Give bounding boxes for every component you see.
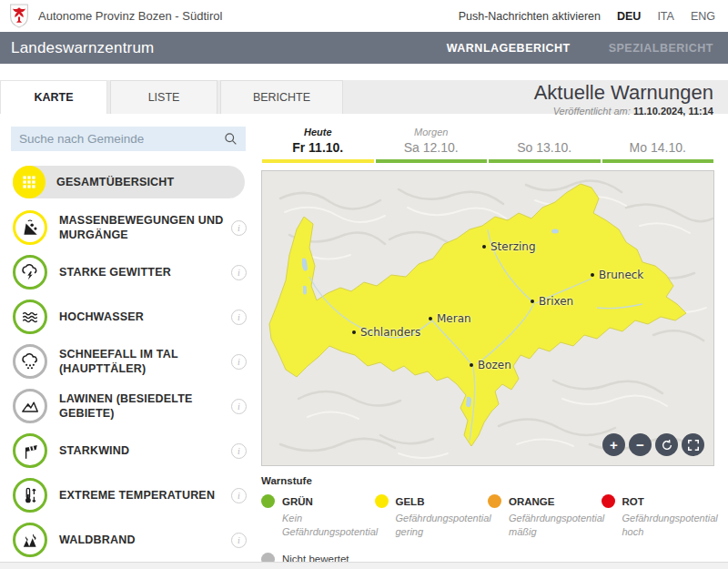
map-terrain bbox=[262, 171, 714, 466]
day-date-label: Sa 12.10. bbox=[376, 140, 488, 155]
windsock-icon bbox=[13, 433, 47, 468]
day-relative-label bbox=[489, 127, 601, 139]
tab-berichte[interactable]: BERICHTE bbox=[220, 80, 343, 114]
search-icon[interactable] bbox=[224, 132, 238, 146]
sidebar-item-hochwasser[interactable]: HOCHWASSER i bbox=[13, 300, 247, 334]
thermometer-icon bbox=[13, 478, 47, 513]
day-date-label: So 13.10. bbox=[489, 140, 601, 155]
day-tabs: Heute Fr 11.10. Morgen Sa 12.10. So 13.1… bbox=[261, 127, 714, 163]
search-input[interactable] bbox=[19, 132, 224, 146]
lang-ita[interactable]: ITA bbox=[657, 10, 674, 23]
site-title: Landeswarnzentrum bbox=[11, 39, 154, 57]
city-label: Schlanders bbox=[352, 326, 420, 339]
day-date-label: Mo 14.10. bbox=[602, 140, 714, 155]
lang-deu[interactable]: DEU bbox=[617, 10, 641, 23]
day-tab-sa[interactable]: Morgen Sa 12.10. bbox=[376, 127, 488, 163]
reset-view-button[interactable] bbox=[655, 433, 678, 456]
legend-item-orange: ORANGE Gefährdungspotential mäßig bbox=[488, 494, 602, 540]
legend-title: Warnstufe bbox=[261, 475, 714, 486]
info-icon[interactable]: i bbox=[231, 354, 247, 370]
lang-eng[interactable]: ENG bbox=[691, 10, 715, 23]
legend-item-gruen: GRÜN Kein Gefährdungspotential bbox=[261, 494, 375, 540]
sidebar-item-schneefall[interactable]: SCHNEEFALL IM TAL (HAUPTTÄLER) i bbox=[13, 344, 247, 379]
info-icon[interactable]: i bbox=[231, 533, 247, 548]
tab-strip: KARTE LISTE BERICHTE Aktuelle Warnungen … bbox=[0, 80, 728, 114]
city-label: Bruneck bbox=[591, 269, 643, 281]
sidebar-item-label: WALDBRAND bbox=[59, 533, 231, 547]
day-relative-label: Heute bbox=[262, 127, 374, 139]
push-notifications-link[interactable]: Push-Nachrichten aktivieren bbox=[459, 10, 601, 23]
sidebar-item-starkwind[interactable]: STARKWIND i bbox=[13, 433, 247, 468]
selected-pill: GESAMTÜBERSICHT bbox=[13, 166, 245, 198]
sidebar-item-label: STARKE GEWITTER bbox=[59, 265, 231, 279]
info-icon[interactable]: i bbox=[231, 488, 247, 503]
sidebar-item-extreme-temperaturen[interactable]: EXTREME TEMPERATUREN i bbox=[13, 478, 247, 513]
sidebar-item-label: LAWINEN (BESIEDELTE GEBIETE) bbox=[59, 391, 231, 422]
day-tab-fr[interactable]: Heute Fr 11.10. bbox=[262, 127, 374, 163]
legend: Warnstufe GRÜN Kein Gefährdungspotential… bbox=[261, 475, 714, 566]
tab-karte[interactable]: KARTE bbox=[0, 80, 107, 114]
zoom-out-button[interactable]: − bbox=[629, 433, 652, 456]
legend-item-gelb: GELB Gefährdungspotential gering bbox=[375, 494, 489, 540]
tab-liste[interactable]: LISTE bbox=[110, 80, 217, 114]
map-controls: + − bbox=[602, 433, 704, 456]
fullscreen-icon bbox=[687, 439, 700, 452]
sidebar-item-label: EXTREME TEMPERATUREN bbox=[59, 488, 231, 503]
day-tab-mo[interactable]: Mo 14.10. bbox=[602, 127, 714, 163]
nav-warnlagebericht[interactable]: WARNLAGEBERICHT bbox=[447, 42, 571, 55]
sidebar-item-lawinen[interactable]: LAWINEN (BESIEDELTE GEBIETE) i bbox=[13, 389, 247, 423]
info-icon[interactable]: i bbox=[231, 310, 247, 325]
day-relative-label: Morgen bbox=[376, 127, 488, 139]
fullscreen-button[interactable] bbox=[682, 433, 704, 456]
sidebar-item-label: SCHNEEFALL IM TAL (HAUPTTÄLER) bbox=[59, 347, 231, 377]
info-icon[interactable]: i bbox=[231, 443, 247, 459]
day-tab-so[interactable]: So 13.10. bbox=[489, 127, 601, 163]
sidebar-item-waldbrand[interactable]: WALDBRAND i bbox=[13, 523, 247, 557]
tab-gap bbox=[0, 64, 728, 80]
avalanche-icon bbox=[13, 389, 47, 423]
flood-icon bbox=[13, 300, 47, 334]
info-icon[interactable]: i bbox=[231, 265, 247, 280]
red-level-dot bbox=[602, 494, 615, 508]
published-value: 11.10.2024, 11:14 bbox=[633, 106, 713, 117]
green-level-dot bbox=[261, 494, 275, 508]
warning-map[interactable]: Sterzing Bruneck Brixen Meran Schlanders… bbox=[261, 170, 714, 466]
search-box bbox=[11, 127, 246, 151]
sidebar: GESAMTÜBERSICHT MASSENBEWEGUNGEN UND MUR… bbox=[0, 114, 261, 562]
grid-icon bbox=[13, 166, 46, 198]
published-line: Veröffentlicht am: 11.10.2024, 11:14 bbox=[534, 106, 713, 117]
main-panel: Heute Fr 11.10. Morgen Sa 12.10. So 13.1… bbox=[261, 114, 728, 562]
sidebar-item-massenbewegungen[interactable]: MASSENBEWEGUNGEN UND MURGÄNGE i bbox=[13, 210, 247, 245]
orange-level-dot bbox=[488, 494, 501, 508]
sidebar-item-gesamtuebersicht[interactable]: GESAMTÜBERSICHT bbox=[13, 166, 247, 198]
sidebar-item-starke-gewitter[interactable]: STARKE GEWITTER i bbox=[13, 255, 247, 290]
city-label: Bozen bbox=[470, 359, 511, 371]
day-relative-label bbox=[602, 127, 714, 139]
header-bar: Landeswarnzentrum WARNLAGEBERICHT SPEZIA… bbox=[0, 32, 728, 64]
sidebar-item-label: STARKWIND bbox=[59, 443, 231, 458]
sidebar-item-label: HOCHWASSER bbox=[59, 310, 231, 324]
day-date-label: Fr 11.10. bbox=[262, 140, 374, 155]
city-label: Sterzing bbox=[482, 240, 536, 253]
page-title: Aktuelle Warnungen bbox=[534, 82, 713, 104]
sidebar-item-label: MASSENBEWEGUNGEN UND MURGÄNGE bbox=[59, 213, 231, 243]
thunderstorm-icon bbox=[13, 255, 47, 290]
org-name: Autonome Provinz Bozen - Südtirol bbox=[38, 9, 222, 23]
province-polygon bbox=[269, 184, 686, 446]
legend-item-rot: ROT Gefährdungspotential hoch bbox=[602, 494, 715, 540]
tyrol-eagle-logo bbox=[9, 4, 29, 28]
sidebar-item-label: GESAMTÜBERSICHT bbox=[56, 175, 245, 189]
info-icon[interactable]: i bbox=[231, 220, 247, 236]
yellow-level-dot bbox=[375, 494, 389, 508]
city-label: Brixen bbox=[531, 295, 573, 308]
top-bar: Autonome Provinz Bozen - Südtirol Push-N… bbox=[0, 0, 728, 32]
snowfall-icon bbox=[13, 344, 47, 379]
info-icon[interactable]: i bbox=[231, 399, 247, 414]
nav-spezialbericht[interactable]: SPEZIALBERICHT bbox=[609, 42, 713, 55]
zoom-in-button[interactable]: + bbox=[602, 433, 625, 456]
forest-fire-icon bbox=[13, 523, 47, 557]
city-label: Meran bbox=[429, 312, 471, 325]
reset-icon bbox=[661, 439, 673, 452]
published-label: Veröffentlicht am: bbox=[553, 106, 631, 117]
rockfall-icon bbox=[13, 210, 47, 245]
